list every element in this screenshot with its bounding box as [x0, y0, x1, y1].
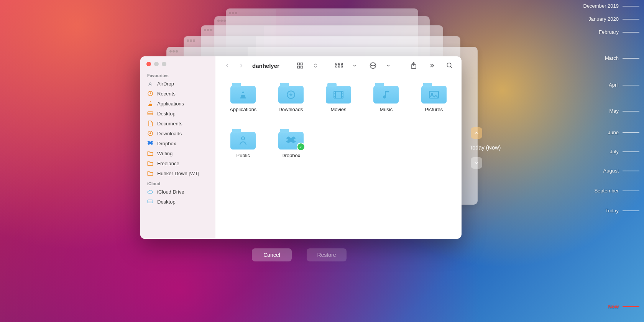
timeline-down-button[interactable] [471, 157, 482, 169]
document-icon [147, 120, 153, 127]
view-icons-button[interactable] [296, 61, 304, 70]
folder-item[interactable]: ✓Dropbox [268, 129, 314, 175]
timeline-mark-label: March [605, 55, 619, 61]
sidebar-item-label: Dropbox [157, 141, 209, 146]
sidebar-item-dropbox[interactable]: Dropbox [140, 138, 215, 148]
sidebar-item-airdrop[interactable]: AirDrop [140, 79, 215, 89]
sidebar-item-icloud-drive[interactable]: iCloud Drive [140, 187, 215, 197]
finder-sidebar: Favourites AirDrop Recents Applications … [140, 56, 215, 239]
sidebar-item-writing[interactable]: Writing [140, 148, 215, 158]
timeline-current-label: Today (Now) [470, 145, 501, 151]
folder-label: Pictures [425, 107, 443, 112]
timeline-tick [623, 19, 639, 20]
folder-icon: ✓ [278, 129, 304, 150]
finder-main: danhelyer [215, 56, 462, 239]
svg-point-17 [373, 65, 373, 66]
download-icon [147, 130, 153, 136]
close-button[interactable] [146, 62, 151, 66]
view-switch-menu[interactable] [311, 61, 320, 70]
cancel-button-label: Cancel [263, 252, 280, 258]
cloud-icon [147, 189, 153, 195]
chevron-down-icon[interactable] [384, 61, 393, 70]
svg-rect-14 [341, 66, 343, 67]
folder-item[interactable]: Applications [220, 83, 266, 129]
sidebar-item-icloud-desktop[interactable]: Desktop [140, 197, 215, 207]
timeline-mark[interactable]: August [603, 168, 639, 174]
timeline-tick [623, 132, 639, 133]
sidebar-item-documents[interactable]: Documents [140, 118, 215, 128]
folder-icon [326, 83, 351, 104]
folder-icon [278, 83, 304, 104]
sidebar-item-desktop[interactable]: Desktop [140, 108, 215, 118]
timeline-mark-label: Today [605, 208, 619, 214]
timeline-mark-label: February [599, 29, 619, 35]
clock-icon [147, 90, 153, 97]
folder-icon [230, 83, 256, 104]
svg-rect-4 [148, 200, 153, 203]
svg-rect-9 [336, 63, 337, 65]
sidebar-item-label: Freelance [157, 161, 209, 166]
sidebar-item-recents[interactable]: Recents [140, 89, 215, 99]
svg-rect-12 [338, 66, 340, 67]
back-button[interactable] [223, 61, 232, 70]
zoom-button[interactable] [162, 62, 166, 66]
action-menu-button[interactable] [369, 61, 377, 70]
timeline-tick [623, 171, 639, 171]
folder-label: Applications [230, 107, 256, 112]
timeline-mark[interactable]: March [605, 55, 639, 61]
timeline-tick [623, 58, 639, 59]
timeline-mark[interactable]: May [609, 108, 639, 114]
timeline-mark[interactable]: September [594, 188, 639, 194]
desktop-icon [147, 199, 153, 205]
timeline-mark-now[interactable]: Now [608, 304, 639, 309]
timeline-mark[interactable]: April [609, 82, 639, 88]
sidebar-item-label: Applications [157, 101, 209, 107]
timeline-mark-label: December 2019 [583, 3, 619, 9]
svg-rect-6 [301, 63, 303, 65]
timeline-mark[interactable]: February [599, 29, 639, 35]
folder-item[interactable]: Public [220, 129, 266, 175]
timeline-mark[interactable]: Today [605, 208, 639, 214]
folder-icon [147, 160, 153, 166]
svg-point-25 [242, 137, 245, 140]
sidebar-item-applications[interactable]: Applications [140, 99, 215, 108]
timeline-mark-label: April [609, 82, 619, 88]
timeline-mark-label: May [609, 108, 619, 114]
chevron-down-icon[interactable] [350, 61, 359, 70]
forward-button[interactable] [237, 61, 245, 70]
restore-button[interactable]: Restore [307, 248, 347, 261]
timeline-tick [623, 306, 639, 307]
share-button[interactable] [409, 61, 418, 70]
folder-item[interactable]: Pictures [411, 83, 457, 129]
timeline-tick [623, 111, 639, 112]
applications-icon [147, 100, 153, 107]
svg-point-16 [371, 65, 372, 66]
timeline-mark[interactable]: December 2019 [583, 3, 640, 9]
folder-icon [147, 170, 153, 176]
svg-rect-13 [341, 63, 343, 65]
sidebar-section-favourites: Favourites [140, 70, 215, 79]
group-by-button[interactable] [335, 61, 343, 70]
timeline-tick [623, 151, 639, 152]
timeline-mark[interactable]: July [610, 149, 639, 154]
sidebar-item-hunkerdown[interactable]: Hunker Down [WT] [140, 168, 215, 178]
folder-item[interactable]: Movies [315, 83, 361, 129]
minimize-button[interactable] [154, 62, 159, 66]
sidebar-item-downloads[interactable]: Downloads [140, 128, 215, 138]
sync-check-icon: ✓ [297, 143, 305, 151]
sidebar-item-freelance[interactable]: Freelance [140, 158, 215, 168]
search-button[interactable] [445, 61, 454, 70]
svg-rect-10 [336, 66, 337, 67]
folder-icon [230, 129, 256, 150]
folder-item[interactable]: Music [363, 83, 409, 129]
timeline-mark[interactable]: June [608, 130, 639, 135]
timeline-mark[interactable]: January 2020 [588, 16, 639, 22]
finder-toolbar: danhelyer [215, 56, 462, 75]
folder-item[interactable]: Downloads [268, 83, 314, 129]
overflow-button[interactable] [428, 61, 436, 70]
timeline-up-button[interactable] [471, 127, 482, 139]
cancel-button[interactable]: Cancel [252, 248, 292, 261]
folder-label: Dropbox [281, 153, 300, 158]
sidebar-item-label: Documents [157, 121, 209, 127]
timeline-tick [623, 85, 639, 85]
